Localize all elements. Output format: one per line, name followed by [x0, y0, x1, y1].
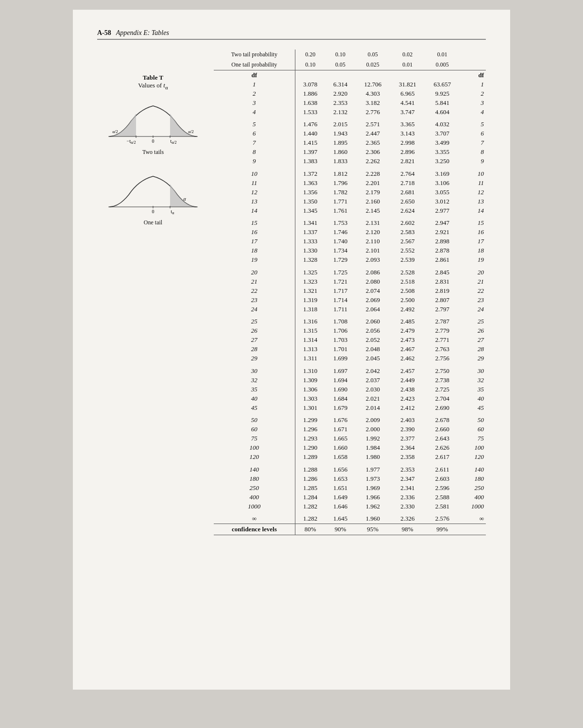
- df-left: ∞: [214, 511, 295, 524]
- df-left: 25: [214, 314, 295, 326]
- value-cell: 2.347: [390, 474, 425, 483]
- value-cell: 1.337: [295, 228, 326, 237]
- value-cell: 1.284: [295, 492, 326, 502]
- page: A-58 Appendix E: Tables Table T Values o…: [73, 10, 510, 690]
- value-cell: 2.000: [356, 425, 391, 434]
- value-cell: 3.250: [425, 157, 460, 166]
- df-left: 40: [214, 394, 295, 403]
- df-right: 25: [460, 314, 486, 326]
- value-cell: 2.807: [425, 295, 460, 305]
- value-cell: 2.596: [425, 483, 460, 492]
- value-cell: 1.323: [295, 277, 326, 286]
- value-cell: 1.725: [326, 265, 356, 277]
- value-cell: 2.037: [356, 375, 391, 385]
- value-cell: 3.365: [390, 117, 425, 129]
- value-cell: 2.042: [356, 363, 391, 376]
- value-cell: 3.012: [425, 197, 460, 206]
- value-cell: 1.646: [326, 502, 356, 511]
- df-left: 32: [214, 375, 295, 385]
- value-cell: 1.397: [295, 148, 326, 157]
- table-row: 201.3251.7252.0862.5282.84520: [214, 265, 486, 277]
- table-row: 451.3011.6792.0142.4122.69045: [214, 403, 486, 412]
- value-cell: 63.657: [425, 80, 460, 89]
- value-cell: 2.831: [425, 277, 460, 286]
- value-cell: 2.643: [425, 434, 460, 443]
- value-cell: 2.101: [356, 246, 391, 255]
- value-cell: 12.706: [356, 80, 391, 89]
- one-tail-0025: 0.025: [356, 60, 391, 70]
- value-cell: 1.440: [295, 129, 326, 138]
- value-cell: 1.288: [295, 462, 326, 474]
- value-cell: 1.966: [356, 492, 391, 502]
- svg-text:α: α: [183, 196, 186, 202]
- value-cell: 2.896: [390, 148, 425, 157]
- value-cell: 2.845: [425, 265, 460, 277]
- df-left: 4: [214, 107, 295, 117]
- value-cell: 1.383: [295, 157, 326, 166]
- df-right: 10: [460, 166, 486, 179]
- value-cell: 2.492: [390, 305, 425, 314]
- value-cell: 2.898: [425, 237, 460, 246]
- value-cell: 1.977: [356, 462, 391, 474]
- value-cell: 2.539: [390, 255, 425, 265]
- value-cell: 2.074: [356, 286, 391, 295]
- value-cell: 2.262: [356, 157, 391, 166]
- value-cell: 3.055: [425, 187, 460, 197]
- table-row: 231.3191.7142.0692.5002.80723: [214, 295, 486, 305]
- value-cell: 1.328: [295, 255, 326, 265]
- df-left: 7: [214, 138, 295, 148]
- value-cell: 2.080: [356, 277, 391, 286]
- value-cell: 1.306: [295, 385, 326, 394]
- value-cell: 2.571: [356, 117, 391, 129]
- table-row: 1801.2861.6531.9732.3472.603180: [214, 474, 486, 483]
- one-tail-001: 0.01: [390, 60, 425, 70]
- table-row: 4001.2841.6491.9662.3362.588400: [214, 492, 486, 502]
- df-left: 45: [214, 403, 295, 412]
- value-cell: 1.699: [326, 354, 356, 363]
- value-cell: 3.499: [425, 138, 460, 148]
- value-cell: 1.895: [326, 138, 356, 148]
- value-cell: 1.992: [356, 434, 391, 443]
- value-cell: 2.500: [390, 295, 425, 305]
- value-cell: 2.030: [356, 385, 391, 394]
- value-cell: 2.336: [390, 492, 425, 502]
- value-cell: 2.690: [425, 403, 460, 412]
- df-right: ∞: [460, 511, 486, 524]
- one-tail-010: 0.10: [295, 60, 326, 70]
- df-left: 18: [214, 246, 295, 255]
- df-right: 120: [460, 453, 486, 462]
- value-cell: 2.581: [425, 502, 460, 511]
- value-cell: 1.676: [326, 412, 356, 425]
- df-right: 2: [460, 89, 486, 98]
- value-cell: 1.321: [295, 286, 326, 295]
- df-right: 28: [460, 345, 486, 354]
- df-left: 21: [214, 277, 295, 286]
- value-cell: 1.476: [295, 117, 326, 129]
- df-left: 24: [214, 305, 295, 314]
- table-row: 21.8862.9204.3036.9659.9252: [214, 89, 486, 98]
- table-row: 2501.2851.6511.9692.3412.596250: [214, 483, 486, 492]
- value-cell: 1.325: [295, 265, 326, 277]
- table-label-area: Table T Values of tα: [97, 50, 209, 90]
- value-cell: 1.658: [326, 453, 356, 462]
- table-row: 601.2961.6712.0002.3902.66060: [214, 425, 486, 434]
- value-cell: 1.969: [356, 483, 391, 492]
- table-row: 131.3501.7712.1602.6503.01213: [214, 197, 486, 206]
- df-right: 9: [460, 157, 486, 166]
- svg-text:−tα/2: −tα/2: [127, 138, 136, 144]
- value-cell: 2.763: [425, 345, 460, 354]
- table-row: 301.3101.6972.0422.4572.75030: [214, 363, 486, 376]
- df-right: 7: [460, 138, 486, 148]
- value-cell: 1.316: [295, 314, 326, 326]
- conf-99: 99%: [425, 524, 460, 535]
- value-cell: 2.086: [356, 265, 391, 277]
- two-tail-prob-row: Two tail probability 0.20 0.10 0.05 0.02…: [214, 50, 486, 60]
- value-cell: 1.697: [326, 363, 356, 376]
- value-cell: 2.681: [390, 187, 425, 197]
- table-row: 251.3161.7082.0602.4852.78725: [214, 314, 486, 326]
- df-left: 28: [214, 345, 295, 354]
- df-right: 22: [460, 286, 486, 295]
- value-cell: 2.583: [390, 228, 425, 237]
- value-cell: 1.714: [326, 295, 356, 305]
- value-cell: 2.528: [390, 265, 425, 277]
